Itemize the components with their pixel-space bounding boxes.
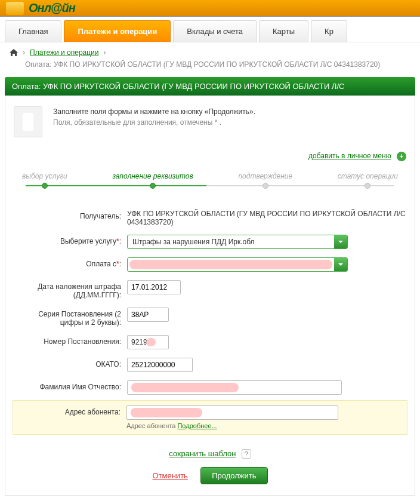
okato-label: ОКАТО:	[14, 358, 127, 368]
service-select-value: Штрафы за нарушения ПДД Ирк.обл	[128, 235, 334, 248]
continue-button[interactable]: Продолжить	[200, 467, 267, 484]
redacted-icon	[146, 338, 156, 346]
help-icon[interactable]: ?	[242, 449, 251, 459]
nav-tab-main[interactable]: Главная	[5, 20, 61, 42]
nav-tab-cards[interactable]: Карты	[259, 20, 308, 42]
panel-body: Заполните поля формы и нажмите на кнопку…	[5, 96, 415, 496]
breadcrumb: › Платежи и операции ›	[0, 42, 420, 59]
address-hint-text: Адрес абонента	[126, 422, 177, 429]
step-status: статус операции	[338, 172, 398, 189]
nav-tab-deposits[interactable]: Вклады и счета	[173, 20, 257, 42]
brand-name: Онл@йн	[29, 1, 75, 15]
payfrom-label: Оплата с	[86, 260, 116, 268]
chevron-down-icon	[334, 258, 347, 271]
redacted-icon	[131, 408, 202, 417]
cancel-button[interactable]: Отменить	[152, 471, 187, 480]
recipient-label: Получатель:	[14, 210, 127, 220]
nav-tab-payments[interactable]: Платежи и операции	[64, 20, 171, 42]
redacted-icon	[131, 383, 239, 392]
address-details-link[interactable]: Подробнее...	[177, 422, 217, 429]
main-nav: Главная Платежи и операции Вклады и счет…	[0, 17, 420, 42]
step-fill-details: заполнение реквизитов	[112, 172, 193, 189]
address-label: Адрес абонента:	[13, 405, 126, 416]
service-label: Выберите услугу	[60, 237, 116, 245]
resolution-number-input[interactable]: 9219	[127, 335, 169, 349]
okato-input[interactable]	[127, 358, 193, 372]
service-select[interactable]: Штрафы за нарушения ПДД Ирк.обл	[127, 235, 348, 249]
fine-date-input[interactable]	[127, 280, 181, 294]
panel-title: Оплата: УФК ПО ИРКУТСКОЙ ОБЛАСТИ (ГУ МВД…	[5, 77, 415, 96]
fio-input[interactable]	[127, 380, 342, 395]
plus-icon[interactable]: +	[397, 152, 406, 161]
chevron-right-icon: ›	[104, 48, 106, 57]
date-label: Дата наложения штрафа (ДД.ММ.ГГГГ):	[14, 280, 127, 299]
topbar: Онл@йн	[0, 0, 420, 17]
series-input[interactable]	[127, 308, 169, 322]
breadcrumb-current: Оплата: УФК ПО ИРКУТСКОЙ ОБЛАСТИ (ГУ МВД…	[0, 59, 420, 77]
add-personal-menu-link[interactable]: добавить в личное меню	[308, 152, 391, 160]
breadcrumb-payments-link[interactable]: Платежи и операции	[30, 48, 99, 57]
progress-stepper: выбор услуги заполнение реквизитов подтв…	[14, 172, 406, 192]
chevron-down-icon	[334, 235, 347, 248]
address-input[interactable]	[126, 405, 338, 420]
chevron-right-icon: ›	[23, 48, 25, 57]
home-icon[interactable]	[10, 49, 18, 56]
document-icon	[14, 106, 42, 137]
instruction-primary: Заполните поля формы и нажмите на кнопку…	[53, 106, 255, 117]
payfrom-select[interactable]	[127, 257, 348, 272]
recipient-value: УФК ПО ИРКУТСКОЙ ОБЛАСТИ (ГУ МВД РОССИИ …	[127, 210, 406, 226]
step-select-service: выбор услуги	[22, 172, 67, 189]
step-confirm: подтверждение	[238, 172, 292, 189]
logo-icon	[6, 2, 24, 15]
series-label: Серия Постановления (2 цифры и 2 буквы):	[14, 308, 127, 327]
number-label: Номер Постановления:	[14, 335, 127, 346]
fio-label: Фамилия Имя Отчество:	[14, 380, 127, 391]
instruction-secondary: Поля, обязательные для заполнения, отмеч…	[53, 117, 255, 128]
payfrom-select-value	[129, 260, 332, 269]
save-template-link[interactable]: сохранить шаблон	[169, 449, 236, 458]
nav-tab-more[interactable]: Кр	[311, 20, 347, 42]
